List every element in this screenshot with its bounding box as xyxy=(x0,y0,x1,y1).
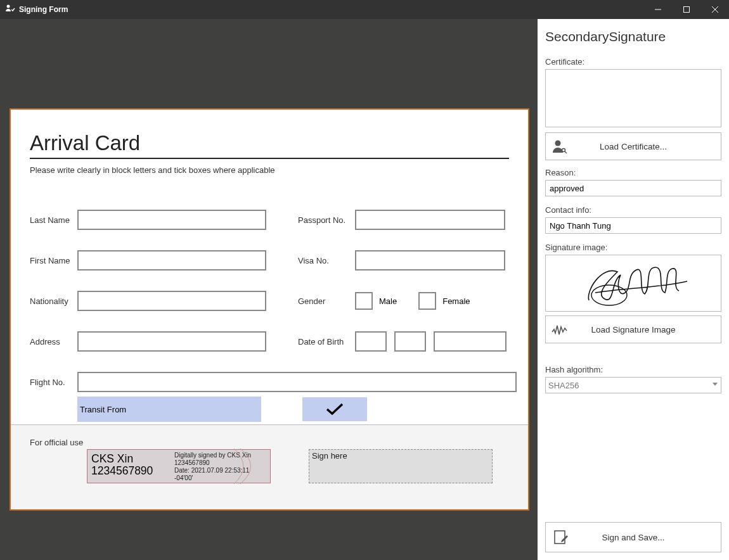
waveform-icon xyxy=(546,323,574,336)
official-use-label: For official use xyxy=(30,438,83,447)
certificate-label: Certificate: xyxy=(545,57,721,67)
app-icon xyxy=(5,4,15,16)
sign-and-save-button[interactable]: Sign and Save... xyxy=(545,522,721,552)
sign-here-placeholder[interactable]: Sign here xyxy=(309,449,493,483)
svg-point-5 xyxy=(555,141,561,146)
contact-label: Contact info: xyxy=(545,205,721,215)
sig-name: CKS Xin xyxy=(91,452,173,466)
last-name-field[interactable] xyxy=(77,210,266,230)
first-name-label: First Name xyxy=(30,256,77,265)
check-icon xyxy=(325,402,344,416)
close-button[interactable] xyxy=(700,0,729,19)
dob-year-field[interactable] xyxy=(434,331,506,352)
hash-label: Hash algorithm: xyxy=(545,365,721,374)
sidebar-title: SecondarySignature xyxy=(545,29,721,44)
window-title: Signing Form xyxy=(19,5,68,14)
document-subtitle: Please write clearly in block letters an… xyxy=(30,165,509,175)
certificate-field[interactable] xyxy=(545,69,721,127)
reason-label: Reason: xyxy=(545,168,721,177)
dob-label: Date of Birth xyxy=(298,337,355,347)
sig-image-label: Signature image: xyxy=(545,243,721,252)
contact-field[interactable] xyxy=(545,217,721,234)
transit-check-field[interactable] xyxy=(302,397,367,421)
dob-month-field[interactable] xyxy=(394,331,426,352)
signature-image-preview xyxy=(545,255,721,312)
document-pen-icon xyxy=(546,529,576,545)
document-viewport[interactable]: Arrival Card Please write clearly in blo… xyxy=(0,19,538,560)
titlebar: Signing Form xyxy=(0,0,729,19)
load-certificate-button[interactable]: Load Certificate... xyxy=(545,132,721,160)
load-signature-image-button[interactable]: Load Signature Image xyxy=(545,315,721,343)
flight-no-field[interactable] xyxy=(77,372,517,392)
nationality-field[interactable] xyxy=(77,291,266,311)
maximize-button[interactable] xyxy=(672,0,700,19)
reason-field[interactable] xyxy=(545,180,721,196)
transit-from-field[interactable]: Transit From xyxy=(77,397,261,422)
passport-no-field[interactable] xyxy=(355,210,505,230)
document-title: Arrival Card xyxy=(30,131,509,159)
signature-arc-decor xyxy=(231,449,275,484)
svg-rect-8 xyxy=(555,531,565,544)
gender-female-checkbox[interactable] xyxy=(418,292,436,310)
svg-point-6 xyxy=(562,149,565,152)
address-field[interactable] xyxy=(77,331,266,352)
svg-rect-2 xyxy=(683,7,689,13)
signature-scribble-icon xyxy=(570,256,697,310)
dob-day-field[interactable] xyxy=(355,331,387,352)
hash-algorithm-select[interactable] xyxy=(545,377,721,393)
person-key-icon xyxy=(546,139,574,154)
sig-number: 1234567890 xyxy=(91,464,173,478)
sidebar: SecondarySignature Certificate: Load Cer… xyxy=(538,19,729,560)
existing-signature[interactable]: CKS Xin 1234567890 Digitally signed by C… xyxy=(87,449,271,483)
chevron-down-icon xyxy=(713,383,718,386)
first-name-field[interactable] xyxy=(77,250,266,270)
gender-male-checkbox[interactable] xyxy=(355,292,373,310)
flight-no-label: Flight No. xyxy=(30,378,77,387)
address-label: Address xyxy=(30,337,77,347)
nationality-label: Nationality xyxy=(30,296,77,306)
last-name-label: Last Name xyxy=(30,215,77,225)
svg-point-7 xyxy=(591,285,627,305)
minimize-button[interactable] xyxy=(643,0,672,19)
pdf-page: Arrival Card Please write clearly in blo… xyxy=(10,108,529,511)
visa-no-label: Visa No. xyxy=(298,256,355,265)
gender-male-label: Male xyxy=(379,296,397,306)
visa-no-field[interactable] xyxy=(355,250,505,270)
gender-label: Gender xyxy=(298,296,355,306)
passport-no-label: Passport No. xyxy=(298,215,355,225)
gender-female-label: Female xyxy=(442,296,470,306)
svg-point-0 xyxy=(7,4,10,8)
